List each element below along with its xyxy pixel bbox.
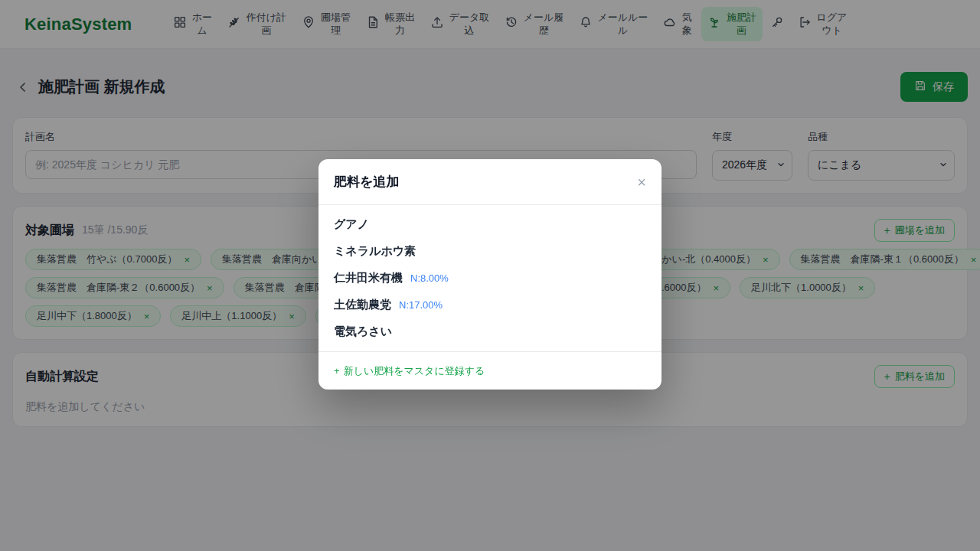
register-link-label: 新しい肥料をマスタに登録する xyxy=(344,364,485,378)
fertilizer-list-item[interactable]: グアノ xyxy=(318,211,662,238)
fertilizer-name: ミネラルホウ素 xyxy=(334,244,416,259)
fertilizer-list-item[interactable]: 仁井田米有機 N:8.00% xyxy=(318,265,662,292)
fertilizer-list: グアノ ミネラルホウ素 仁井田米有機 N:8.00% 土佐勤農党 N:17.00… xyxy=(318,205,662,351)
fertilizer-list-item[interactable]: 土佐勤農党 N:17.00% xyxy=(318,292,662,318)
fertilizer-n-value: N:8.00% xyxy=(410,272,449,284)
close-icon[interactable]: × xyxy=(637,174,646,190)
plus-icon: + xyxy=(334,365,340,377)
fertilizer-name: 仁井田米有機 xyxy=(334,271,403,285)
modal-title: 肥料を追加 xyxy=(334,173,399,191)
fertilizer-name: 電気ろさい xyxy=(334,324,392,339)
fertilizer-name: グアノ xyxy=(334,217,369,232)
add-fertilizer-modal: 肥料を追加 × グアノ ミネラルホウ素 仁井田米有機 N:8.00% 土佐勤農党… xyxy=(318,159,662,390)
fertilizer-n-value: N:17.00% xyxy=(399,299,443,311)
fertilizer-list-item[interactable]: ミネラルホウ素 xyxy=(318,238,662,265)
register-new-fertilizer-link[interactable]: + 新しい肥料をマスタに登録する xyxy=(334,364,485,378)
fertilizer-list-item[interactable]: 電気ろさい xyxy=(318,318,662,345)
fertilizer-name: 土佐勤農党 xyxy=(334,298,391,312)
